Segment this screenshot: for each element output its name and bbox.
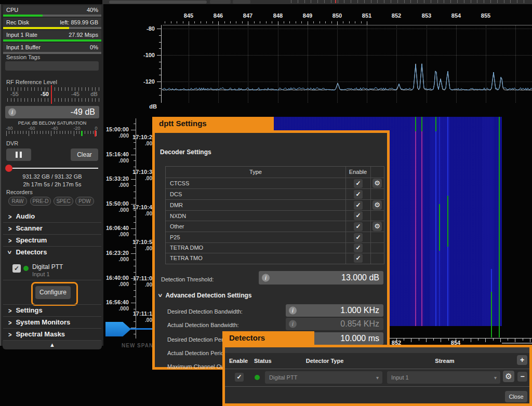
spectrum-plot[interactable] [161, 25, 532, 103]
db-axis-unit: dB [136, 103, 157, 110]
cpu-meter: CPU 40% [3, 5, 101, 15]
time-cursor-dart[interactable] [105, 322, 131, 336]
wall-time-label: 17:10:2.00 [105, 134, 152, 147]
divider [3, 280, 101, 280]
recorders-label: Recorders [6, 189, 33, 195]
dvr-duration-text: 2h 17m 5s / 2h 17m 5s [1, 181, 103, 187]
sidebar: CPU 40% Rec Disk left: 859.99 GB Input 1… [0, 4, 103, 346]
add-detector-button[interactable]: + [517, 355, 527, 365]
decoder-enable-checkbox[interactable]: ✓ [354, 254, 363, 263]
advanced-settings-heading[interactable]: >Advanced Detection Settings [159, 292, 251, 299]
desired-bandwidth-label: Desired Detection Bandwidth: [167, 308, 243, 315]
dvr-seek-slider[interactable] [5, 164, 99, 172]
detector-enable-checkbox[interactable]: ✓ [12, 264, 21, 273]
detector-row-status-dot [255, 375, 260, 380]
decoder-enable-checkbox[interactable]: ✓ [354, 211, 363, 220]
remove-detector-button[interactable]: − [517, 372, 527, 382]
actual-period-label: Actual Detection Period: [167, 350, 229, 356]
recorder-pred-button[interactable]: PRE-D [30, 197, 51, 206]
decoder-row-label: DMR [170, 202, 183, 208]
new-span-button[interactable]: NEW SPAN [122, 343, 153, 348]
configure-button[interactable]: Configure [35, 286, 71, 299]
rf-reference-value-input[interactable]: i -49 dB [5, 106, 99, 118]
decoder-enable-checkbox[interactable]: ✓ [354, 243, 363, 252]
sidebar-section-spectrum[interactable]: >Spectrum [3, 235, 101, 247]
input-rate-label: Input 1 Rate [6, 30, 37, 39]
rec-disk-value: left: 859.99 GB [60, 18, 98, 27]
detector-row-enable-checkbox[interactable]: ✓ [235, 373, 244, 382]
pause-button[interactable] [6, 148, 31, 161]
detector-row-gear-icon-button[interactable]: ⚙ [503, 371, 514, 382]
time-axis-ticks [131, 118, 136, 339]
sidebar-section-scanner[interactable]: >Scanner [3, 223, 101, 235]
decoder-table: Type Enable CTCSS ✓ ⚙ DCS ✓ DMR ✓ ⚙ NXDN [165, 166, 384, 264]
decoder-gear-icon-button[interactable]: ⚙ [373, 179, 382, 188]
collapse-icon: ▲ [49, 342, 55, 348]
db-tick-80: -80 [134, 25, 155, 32]
rf-reference-label: RF Reference Level [6, 79, 57, 85]
decoder-enable-checkbox[interactable]: ✓ [354, 190, 363, 199]
rf-reference-marker[interactable] [51, 85, 52, 104]
enable-header: Enable [229, 358, 254, 364]
db-axis-line [161, 25, 162, 103]
actual-bandwidth-label: Actual Detection Bandwidth: [167, 322, 239, 328]
dvr-seek-handle[interactable] [5, 165, 12, 172]
dptt-dialog-title-tab[interactable]: dptt Settings [152, 117, 274, 130]
db-axis-ticks [156, 25, 161, 103]
input-buffer-value: 0% [90, 43, 98, 52]
peak-tick-40: -40 [48, 126, 61, 131]
sidebar-collapse-button[interactable]: ▲ [3, 341, 102, 349]
rf-tick-45: -45 [68, 91, 83, 97]
decoder-settings-heading: Decoder Settings [160, 148, 211, 156]
recorder-raw-button[interactable]: RAW [8, 197, 27, 206]
rf-unit: dB [87, 91, 101, 97]
sidebar-section-audio[interactable]: >Audio [3, 211, 101, 223]
sidebar-section-system-monitors[interactable]: >System Monitors [3, 317, 101, 329]
decoder-gear-icon-button[interactable]: ⚙ [373, 200, 382, 210]
session-tags-input[interactable] [5, 61, 99, 71]
desired-bandwidth-input[interactable]: i 1.000 KHz [286, 304, 383, 317]
peak-meter: -80 -60 -40 -20 0 [5, 126, 99, 137]
detector-status-dot [23, 266, 29, 271]
detector-name: Digital PTT [32, 263, 63, 270]
wall-time-label: 17:11:0.00 [105, 275, 152, 288]
chevron-down-icon: > [3, 251, 17, 254]
decoder-gear-icon-button[interactable]: ⚙ [373, 222, 382, 231]
decoder-row-label: P25 [170, 234, 180, 240]
clear-button[interactable]: Clear [71, 148, 98, 161]
peak-tick-80: -80 [3, 126, 16, 131]
decoder-row-label: TETRA DMO [170, 245, 203, 251]
waterfall-band [482, 117, 494, 326]
decoder-enable-checkbox[interactable]: ✓ [354, 233, 363, 242]
detector-type-dropdown[interactable]: Digital PTT ▾ [265, 371, 382, 384]
detectors-dialog-title-tab[interactable]: Detectors [222, 331, 314, 345]
sidebar-section-settings[interactable]: >Settings [3, 304, 101, 317]
recorder-spec-button[interactable]: SPEC [54, 197, 73, 206]
stream-header: Stream [387, 358, 502, 364]
dialog-top-strip [225, 347, 529, 353]
sidebar-section-detectors[interactable]: >Detectors [3, 247, 101, 258]
info-icon: i [8, 109, 16, 116]
peak-tick-0: 0 [90, 126, 102, 131]
close-button[interactable]: Close [505, 391, 527, 402]
decoder-enable-checkbox[interactable]: ✓ [354, 201, 363, 210]
stream-dropdown[interactable]: Input 1 ▾ [387, 371, 500, 384]
toolbar-ruler [289, 0, 532, 4]
toolbar-button[interactable] [233, 0, 250, 4]
detector-stream: Input 1 [32, 271, 50, 277]
chevron-right-icon: > [8, 328, 11, 341]
recorder-pdw-button[interactable]: PDW [75, 197, 94, 206]
dropdown-arrow-icon: ▾ [494, 375, 497, 381]
rf-reference-value: -49 dB [71, 107, 95, 117]
decoder-enable-checkbox[interactable]: ✓ [354, 179, 363, 188]
pause-icon [16, 152, 18, 158]
rf-tick-50: -50 [37, 91, 52, 97]
rf-reference-ruler[interactable]: -55 -50 -45 dB [6, 86, 100, 103]
detection-threshold-input[interactable]: i 13.000 dB [259, 271, 383, 285]
toolbar-slider[interactable] [109, 1, 207, 4]
app-window: CPU 40% Rec Disk left: 859.99 GB Input 1… [0, 0, 532, 406]
db-tick-120: -120 [134, 78, 155, 85]
toolbar-button[interactable] [210, 0, 231, 4]
sidebar-section-spectral-masks[interactable]: >Spectral Masks [3, 329, 101, 341]
decoder-enable-checkbox[interactable]: ✓ [354, 222, 363, 231]
